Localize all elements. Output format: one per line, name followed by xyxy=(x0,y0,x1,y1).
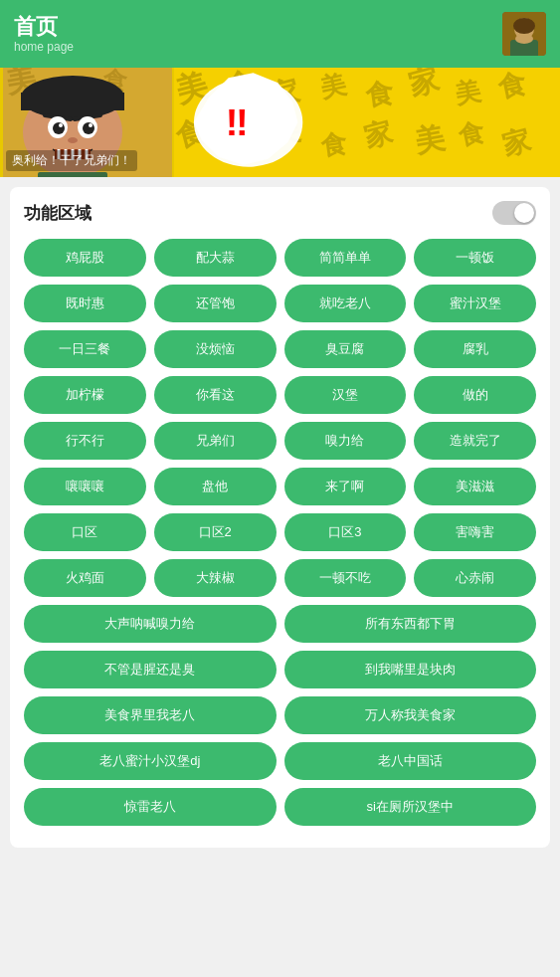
btn-kouqu2[interactable]: 口区2 xyxy=(154,513,277,551)
btn-panta[interactable]: 盘他 xyxy=(154,468,277,505)
btn-meifannao[interactable]: 没烦恼 xyxy=(154,330,277,368)
btn-lailea[interactable]: 来了啊 xyxy=(284,468,407,505)
btn-nikanji[interactable]: 你看这 xyxy=(154,376,277,414)
btn-dasheng[interactable]: 大声呐喊嗅力给 xyxy=(24,605,277,643)
btn-huojimian[interactable]: 火鸡面 xyxy=(24,559,146,597)
btn-yidunfan[interactable]: 一顿饭 xyxy=(414,239,536,277)
btn-laoba-zhongguohua[interactable]: 老八中国话 xyxy=(284,742,537,780)
btn-jiuchilaoba[interactable]: 就吃老八 xyxy=(284,285,407,322)
page-title: 首页 xyxy=(14,14,74,40)
btn-zaojiu[interactable]: 造就完了 xyxy=(414,422,536,460)
svg-point-17 xyxy=(59,123,63,127)
button-wide-row-3: 美食界里我老八 万人称我美食家 xyxy=(24,696,536,734)
btn-ranrang[interactable]: 嚷嚷嚷 xyxy=(24,468,146,505)
btn-jianing[interactable]: 加柠檬 xyxy=(24,376,146,414)
svg-point-2 xyxy=(513,18,535,34)
button-row-1: 鸡屁股 配大蒜 简简单单 一顿饭 xyxy=(24,239,536,277)
button-row-2: 既时惠 还管饱 就吃老八 蜜汁汉堡 xyxy=(24,285,536,322)
svg-rect-26 xyxy=(38,172,107,177)
button-row-6: 嚷嚷嚷 盘他 来了啊 美滋滋 xyxy=(24,468,536,505)
feature-toggle[interactable] xyxy=(492,201,536,225)
button-wide-row-5: 惊雷老八 si在厕所汉堡中 xyxy=(24,788,536,826)
section-title: 功能区域 xyxy=(24,202,92,225)
btn-hanbao[interactable]: 汉堡 xyxy=(284,376,407,414)
btn-xiu[interactable]: 嗅力给 xyxy=(284,422,407,460)
btn-choudoufu[interactable]: 臭豆腐 xyxy=(284,330,407,368)
btn-furu[interactable]: 腐乳 xyxy=(414,330,536,368)
svg-point-18 xyxy=(89,123,93,127)
section-header: 功能区域 xyxy=(24,201,536,225)
button-row-8: 火鸡面 大辣椒 一顿不吃 心赤闹 xyxy=(24,559,536,597)
btn-yirisancan[interactable]: 一日三餐 xyxy=(24,330,146,368)
btn-buguanxing[interactable]: 不管是腥还是臭 xyxy=(24,651,277,688)
btn-hanguanbao[interactable]: 还管饱 xyxy=(154,285,277,322)
btn-jianjian[interactable]: 简简单单 xyxy=(284,239,407,277)
btn-xingbuxing[interactable]: 行不行 xyxy=(24,422,146,460)
svg-point-19 xyxy=(68,137,78,143)
btn-jishihui[interactable]: 既时惠 xyxy=(24,285,146,322)
btn-meishi[interactable]: 美食界里我老八 xyxy=(24,696,277,734)
banner-image: 美 食 xyxy=(0,68,174,177)
btn-haihai[interactable]: 害嗨害 xyxy=(414,513,536,551)
banner: 美 食 xyxy=(0,68,560,177)
btn-jipugu[interactable]: 鸡屁股 xyxy=(24,239,146,277)
btn-wanren[interactable]: 万人称我美食家 xyxy=(284,696,537,734)
btn-kouqu1[interactable]: 口区 xyxy=(24,513,146,551)
avatar[interactable] xyxy=(502,12,546,56)
btn-jinglei[interactable]: 惊雷老八 xyxy=(24,788,277,826)
btn-yidun[interactable]: 一顿不吃 xyxy=(284,559,407,597)
btn-zuode[interactable]: 做的 xyxy=(414,376,536,414)
header: 首页 home page xyxy=(0,0,560,68)
svg-point-16 xyxy=(83,122,94,134)
btn-xinchi[interactable]: 心赤闹 xyxy=(414,559,536,597)
svg-point-4 xyxy=(515,34,533,44)
btn-meizi[interactable]: 美滋滋 xyxy=(414,468,536,505)
header-title-area: 首页 home page xyxy=(14,14,74,54)
svg-rect-10 xyxy=(21,93,124,110)
main-content: 功能区域 鸡屁股 配大蒜 简简单单 一顿饭 既时惠 还管饱 就吃老八 蜜汁汉堡 … xyxy=(10,187,550,848)
btn-dalajiao[interactable]: 大辣椒 xyxy=(154,559,277,597)
btn-suoyou[interactable]: 所有东西都下胃 xyxy=(284,605,537,643)
svg-text:‼: ‼ xyxy=(226,101,249,143)
btn-si[interactable]: si在厕所汉堡中 xyxy=(284,788,537,826)
button-row-3: 一日三餐 没烦恼 臭豆腐 腐乳 xyxy=(24,330,536,368)
button-row-5: 行不行 兄弟们 嗅力给 造就完了 xyxy=(24,422,536,460)
button-wide-row-4: 老八蜜汁小汉堡dj 老八中国话 xyxy=(24,742,536,780)
svg-text:食: 食 xyxy=(363,77,397,111)
svg-text:食: 食 xyxy=(318,128,350,160)
banner-right: 美 食 家 美 食 家 美 食 食 家 美 食 家 美 食 家 ‼ xyxy=(174,68,560,177)
banner-caption: 奥利给！干了兄弟们！ xyxy=(6,150,137,171)
btn-kouqu3[interactable]: 口区3 xyxy=(284,513,407,551)
svg-point-15 xyxy=(53,122,65,134)
btn-daozuili[interactable]: 到我嘴里是块肉 xyxy=(284,651,537,688)
page-subtitle: home page xyxy=(14,40,74,54)
button-row-4: 加柠檬 你看这 汉堡 做的 xyxy=(24,376,536,414)
button-wide-row-1: 大声呐喊嗅力给 所有东西都下胃 xyxy=(24,605,536,643)
btn-mizhihanbao[interactable]: 蜜汁汉堡 xyxy=(414,285,536,322)
btn-peidasuan[interactable]: 配大蒜 xyxy=(154,239,277,277)
btn-xiongdimen[interactable]: 兄弟们 xyxy=(154,422,277,460)
btn-laoba-dj[interactable]: 老八蜜汁小汉堡dj xyxy=(24,742,277,780)
button-row-7: 口区 口区2 口区3 害嗨害 xyxy=(24,513,536,551)
button-wide-row-2: 不管是腥还是臭 到我嘴里是块肉 xyxy=(24,651,536,688)
